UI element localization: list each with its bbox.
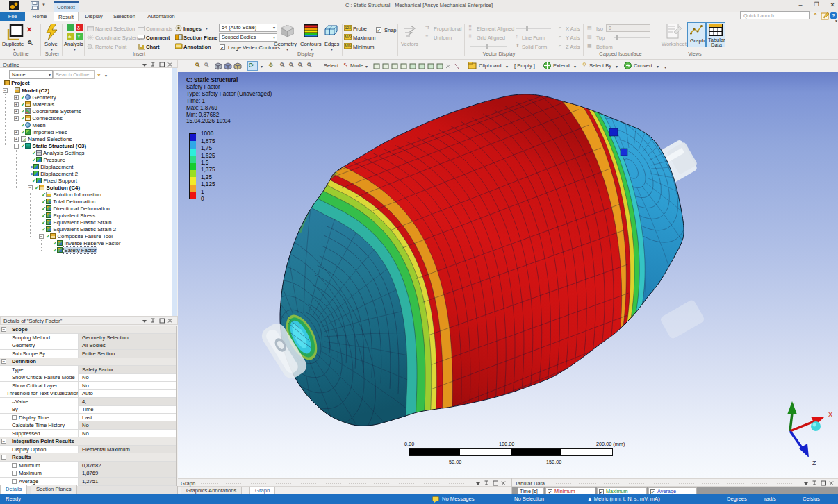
svg-text:MIN: MIN <box>345 44 352 48</box>
svg-text:δ: δ <box>77 26 80 31</box>
svg-text:Y: Y <box>77 34 81 39</box>
svg-text:MAX: MAX <box>345 35 352 39</box>
svg-text:~: ~ <box>69 25 72 31</box>
svg-text:±: ± <box>68 33 72 40</box>
svg-text:Y: Y <box>791 401 795 408</box>
svg-text:Z: Z <box>812 460 816 467</box>
svg-text:123: 123 <box>345 26 352 30</box>
svg-text:X: X <box>828 411 832 418</box>
